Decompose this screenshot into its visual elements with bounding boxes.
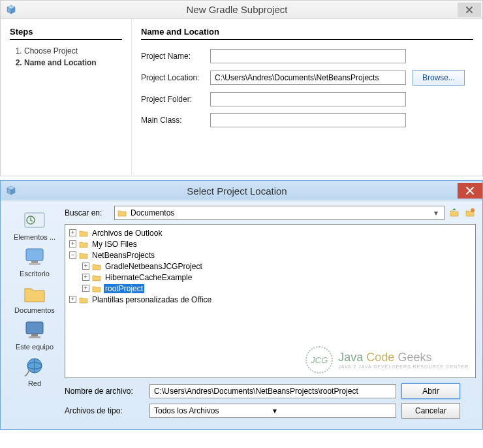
dialog2-titlebar[interactable]: Select Project Location — [1, 181, 482, 200]
chevron-down-icon: ▾ — [431, 208, 441, 217]
network-icon — [22, 355, 47, 377]
svg-rect-6 — [31, 261, 38, 263]
project-location-input[interactable] — [210, 71, 406, 85]
place-label: Elementos ... — [14, 233, 55, 241]
svg-rect-8 — [26, 322, 43, 334]
place-desktop[interactable]: Escritorio — [8, 245, 61, 278]
place-computer[interactable]: Este equipo — [8, 318, 61, 351]
file-chooser-dialog: Select Project Location Elementos ... Es… — [0, 180, 483, 430]
svg-rect-10 — [29, 336, 40, 338]
project-folder-label: Project Folder: — [141, 95, 210, 104]
open-button[interactable]: Abrir — [401, 383, 460, 399]
place-recent[interactable]: Elementos ... — [8, 208, 61, 241]
close-button[interactable] — [458, 183, 482, 199]
folder-icon — [79, 296, 88, 304]
tree-item[interactable]: My ISO Files — [91, 240, 138, 249]
places-panel: Elementos ... Escritorio Documentos Este… — [5, 206, 65, 423]
close-icon — [466, 187, 474, 195]
folder-tree[interactable]: +Archivos de Outlook +My ISO Files −NetB… — [65, 224, 476, 378]
project-location-label: Project Location: — [141, 73, 210, 82]
svg-rect-5 — [26, 249, 43, 261]
folder-icon — [92, 263, 101, 270]
folder-icon — [79, 251, 88, 259]
step-2: Name and Location — [24, 58, 122, 67]
desktop-icon — [22, 246, 47, 268]
step-1: Choose Project — [24, 46, 122, 56]
up-folder-icon[interactable] — [448, 207, 460, 219]
place-label: Escritorio — [20, 270, 50, 278]
project-folder-input[interactable] — [210, 92, 406, 106]
close-button[interactable] — [458, 3, 481, 17]
cube-icon — [6, 5, 16, 15]
place-label: Red — [28, 379, 41, 387]
expand-toggle[interactable]: + — [69, 296, 76, 303]
dialog1-titlebar[interactable]: New Gradle Subproject — [1, 1, 482, 19]
svg-rect-9 — [31, 334, 38, 336]
dialog1-title: New Gradle Subproject — [16, 4, 458, 15]
main-class-label: Main Class: — [141, 116, 210, 125]
svg-point-13 — [471, 208, 475, 212]
jcg-logo-icon: JCG — [305, 346, 333, 374]
cube-icon — [6, 185, 16, 196]
place-label: Documentos — [14, 306, 55, 314]
folder-icon — [79, 240, 88, 248]
watermark: JCG Java Code Geeks Java 2 Java Develope… — [305, 346, 469, 374]
tree-item[interactable]: NetBeansProjects — [91, 251, 156, 260]
steps-heading: Steps — [10, 27, 122, 40]
main-class-input[interactable] — [210, 113, 406, 127]
collapse-toggle[interactable]: − — [69, 251, 76, 259]
place-label: Este equipo — [16, 343, 54, 351]
folder-icon — [92, 285, 101, 293]
form-heading: Name and Location — [141, 27, 473, 40]
computer-icon — [22, 319, 47, 341]
place-network[interactable]: Red — [8, 355, 61, 387]
dialog2-title: Select Project Location — [16, 185, 458, 197]
filetype-combo[interactable]: Todos los Archivos ▾ — [149, 404, 396, 418]
watermark-tagline: Java 2 Java Developers Resource Center — [338, 364, 469, 369]
tree-item[interactable]: GradleNetbeansJCGProject — [104, 262, 204, 271]
tree-item[interactable]: Archivos de Outlook — [91, 229, 163, 238]
filetype-label: Archivos de tipo: — [65, 406, 144, 415]
expand-toggle[interactable]: + — [82, 274, 89, 281]
watermark-brand: Java Code Geeks — [338, 351, 469, 364]
new-subproject-dialog: New Gradle Subproject Steps Choose Proje… — [0, 0, 483, 176]
new-folder-icon[interactable] — [464, 207, 476, 219]
filename-input[interactable] — [149, 384, 396, 398]
tree-item[interactable]: Plantillas personalizadas de Office — [91, 295, 213, 304]
svg-rect-7 — [29, 263, 40, 265]
cancel-button[interactable]: Cancelar — [401, 403, 460, 419]
chevron-down-icon: ▾ — [273, 406, 392, 415]
folder-icon — [79, 229, 88, 237]
expand-toggle[interactable]: + — [69, 240, 76, 248]
expand-toggle[interactable]: + — [82, 263, 89, 270]
lookin-value: Documentos — [131, 208, 431, 217]
project-name-label: Project Name: — [141, 52, 210, 61]
expand-toggle[interactable]: + — [82, 285, 89, 292]
project-name-input[interactable] — [210, 49, 406, 63]
tree-item[interactable]: HibernateCacheExample — [104, 273, 193, 282]
form-panel: Name and Location Project Name: Project … — [131, 19, 482, 176]
filename-label: Nombre de archivo: — [65, 387, 144, 396]
recent-icon — [22, 209, 47, 231]
place-documents[interactable]: Documentos — [8, 281, 61, 314]
browse-button[interactable]: Browse... — [413, 70, 465, 86]
steps-panel: Steps Choose Project Name and Location — [1, 19, 131, 176]
folder-icon — [117, 209, 127, 217]
tree-item-selected[interactable]: rootProject — [104, 284, 144, 293]
filetype-value: Todos los Archivos — [154, 406, 273, 415]
folder-icon — [92, 274, 101, 281]
documents-folder-icon — [22, 282, 47, 304]
lookin-label: Buscar en: — [65, 208, 110, 217]
expand-toggle[interactable]: + — [69, 229, 76, 236]
lookin-combo[interactable]: Documentos ▾ — [114, 206, 444, 220]
close-icon — [466, 7, 473, 13]
